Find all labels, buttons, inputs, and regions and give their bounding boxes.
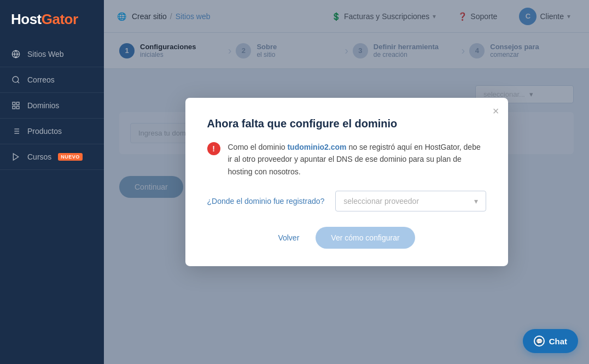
sidebar-item-dominios[interactable]: Dominios bbox=[0, 93, 104, 119]
svg-rect-5 bbox=[16, 102, 19, 105]
logo-host: Host bbox=[11, 11, 42, 27]
chevron-down-icon-select: ▾ bbox=[474, 197, 478, 206]
sidebar-label-correos: Correos bbox=[27, 75, 55, 84]
grid-icon bbox=[11, 101, 21, 110]
svg-rect-4 bbox=[13, 102, 15, 105]
domain-row: ¿Donde el dominio fue registrado? selecc… bbox=[207, 191, 486, 212]
globe-icon bbox=[11, 49, 21, 59]
sidebar-label-sitios: Sitios Web bbox=[27, 50, 64, 58]
nuevo-badge: NUEVO bbox=[58, 153, 83, 161]
sidebar-item-productos[interactable]: Productos bbox=[0, 119, 104, 144]
play-icon bbox=[11, 152, 21, 162]
sidebar-nav: Sitios Web Correos Dominios Productos Cu… bbox=[0, 42, 104, 170]
alert-text-before: Como el dominio bbox=[228, 143, 288, 151]
list-icon bbox=[11, 126, 21, 136]
logo-gator: Gator bbox=[42, 11, 78, 27]
modal: × Ahora falta que configure el dominio !… bbox=[185, 98, 508, 266]
svg-point-2 bbox=[13, 77, 19, 83]
chat-label: Chat bbox=[549, 337, 567, 346]
sidebar: HostGator Sitios Web Correos Dominios bbox=[0, 0, 104, 364]
modal-title: Ahora falta que configure el dominio bbox=[207, 118, 486, 130]
configure-button[interactable]: Ver cómo configurar bbox=[316, 227, 415, 249]
alert-icon: ! bbox=[207, 142, 220, 155]
sidebar-item-sitios-web[interactable]: Sitios Web bbox=[0, 42, 104, 67]
logo[interactable]: HostGator bbox=[0, 0, 104, 42]
domain-link[interactable]: tudominio2.com bbox=[287, 143, 346, 151]
sidebar-item-cursos[interactable]: Cursos NUEVO bbox=[0, 144, 104, 170]
svg-rect-7 bbox=[16, 106, 19, 109]
sidebar-label-productos: Productos bbox=[27, 127, 62, 136]
mail-icon bbox=[11, 75, 21, 85]
alert-text: Como el dominio tudominio2.com no se reg… bbox=[228, 141, 486, 178]
svg-rect-6 bbox=[13, 106, 15, 109]
back-button[interactable]: Volver bbox=[278, 233, 299, 242]
modal-alert: ! Como el dominio tudominio2.com no se r… bbox=[207, 141, 486, 178]
chat-button[interactable]: 💬 Chat bbox=[523, 329, 578, 353]
chat-icon: 💬 bbox=[534, 336, 545, 347]
close-button[interactable]: × bbox=[493, 105, 499, 116]
svg-marker-14 bbox=[13, 154, 18, 160]
domain-question: ¿Donde el dominio fue registrado? bbox=[207, 197, 325, 206]
sidebar-label-dominios: Dominios bbox=[27, 101, 59, 110]
svg-line-3 bbox=[18, 81, 19, 83]
provider-select[interactable]: seleccionar proveedor ▾ bbox=[335, 191, 486, 212]
sidebar-label-cursos: Cursos bbox=[27, 152, 51, 161]
modal-actions: Volver Ver cómo configurar bbox=[207, 227, 486, 249]
main-content: 🌐 Crear sitio / Sitios web 💲 Facturas y … bbox=[104, 0, 589, 364]
select-placeholder: seleccionar proveedor bbox=[343, 197, 419, 206]
sidebar-item-correos[interactable]: Correos bbox=[0, 67, 104, 93]
